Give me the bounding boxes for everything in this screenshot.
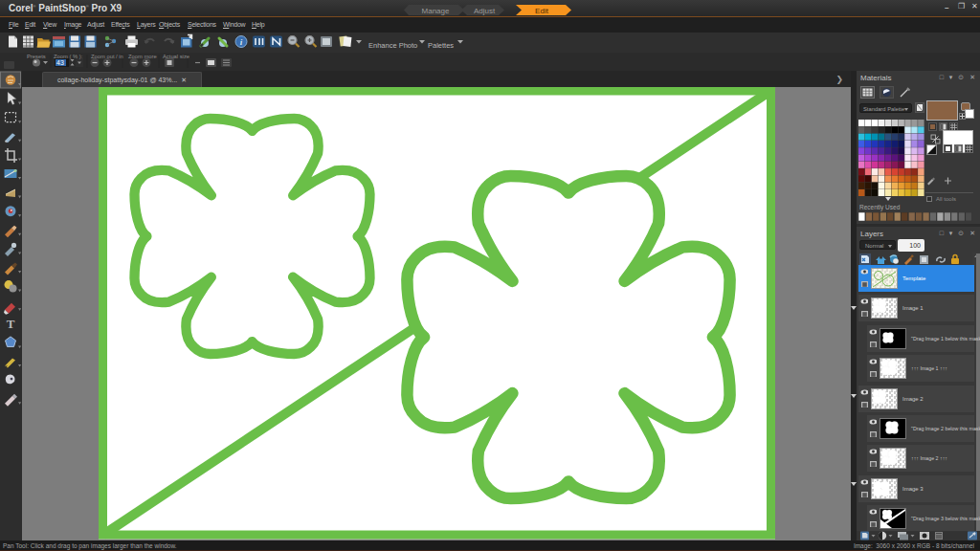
svg-text:Edit: Edit (535, 7, 549, 15)
svg-text:T: T (7, 317, 15, 331)
svg-text:Adjust: Adjust (474, 7, 496, 15)
svg-text:Manage: Manage (422, 7, 450, 15)
